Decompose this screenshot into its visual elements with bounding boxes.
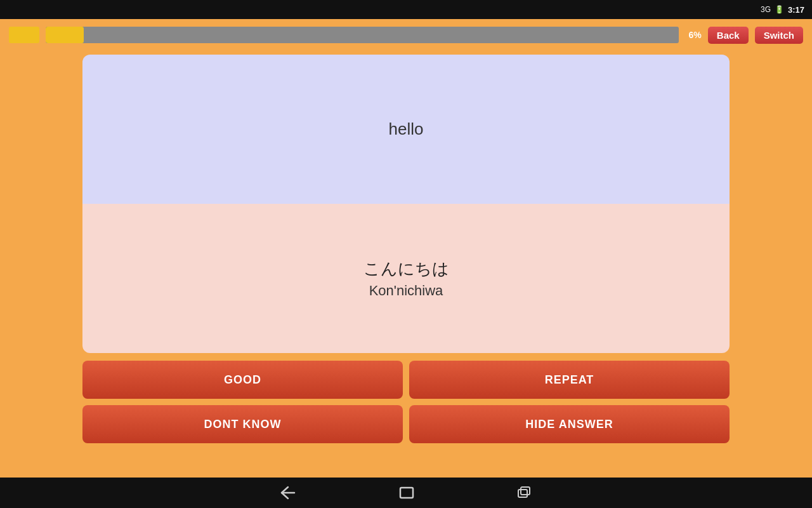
- svg-rect-3: [518, 490, 527, 497]
- card-question-area: hello: [82, 55, 730, 204]
- svg-rect-1: [400, 488, 413, 498]
- repeat-button[interactable]: REPEAT: [409, 361, 730, 399]
- card-answer-area: こんにちは Kon'nichiwa: [82, 204, 730, 353]
- good-button[interactable]: GOOD: [82, 361, 403, 399]
- back-button[interactable]: Back: [708, 27, 749, 44]
- card-answer-japanese: こんにちは: [363, 258, 449, 280]
- card-question-text: hello: [389, 119, 424, 139]
- nav-recents-button[interactable]: [516, 486, 533, 500]
- nav-home-button[interactable]: [398, 486, 415, 500]
- switch-button[interactable]: Switch: [755, 27, 803, 44]
- card-answer-romaji: Kon'nichiwa: [369, 283, 443, 299]
- nav-back-button[interactable]: [279, 486, 297, 500]
- action-buttons: GOOD REPEAT DONT KNOW HIDE ANSWER: [82, 361, 730, 443]
- status-bar: 3G 🔋 3:17: [0, 0, 812, 19]
- progress-fill: [46, 27, 84, 43]
- clock: 3:17: [788, 5, 804, 15]
- bottom-nav: [0, 478, 812, 508]
- dont-know-button[interactable]: DONT KNOW: [82, 405, 403, 443]
- hide-answer-button[interactable]: HIDE ANSWER: [409, 405, 730, 443]
- progress-yellow-block: [9, 27, 39, 43]
- progress-track: [46, 27, 679, 43]
- flashcard: hello こんにちは Kon'nichiwa: [82, 55, 730, 353]
- signal-icon: 3G: [761, 5, 771, 14]
- battery-icon: 🔋: [775, 5, 784, 14]
- top-bar: 6% Back Switch: [0, 19, 812, 51]
- svg-rect-2: [521, 487, 530, 495]
- progress-percent-label: 6%: [689, 30, 702, 40]
